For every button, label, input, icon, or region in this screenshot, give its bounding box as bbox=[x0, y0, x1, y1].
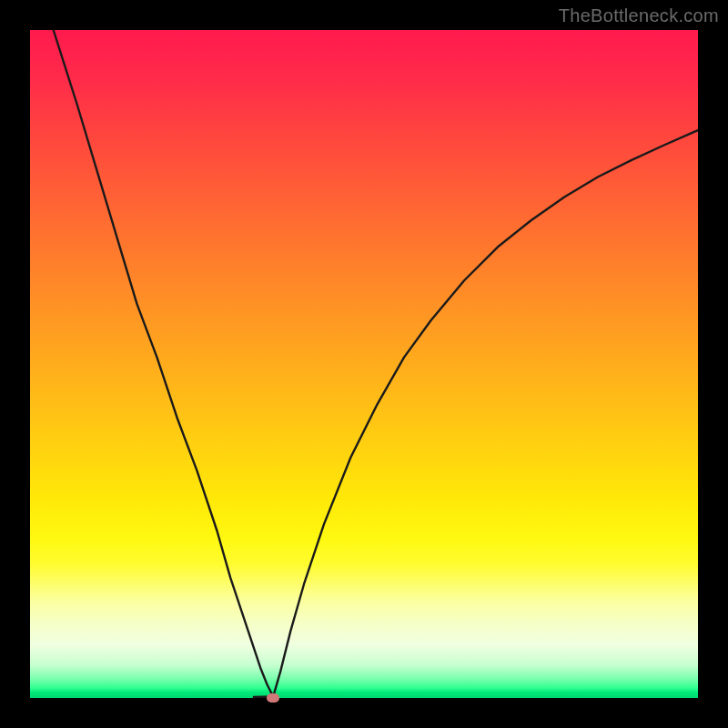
watermark-text: TheBottleneck.com bbox=[559, 5, 719, 26]
plot-area bbox=[30, 30, 698, 698]
optimum-marker bbox=[267, 693, 279, 703]
bottleneck-curve bbox=[30, 30, 698, 698]
chart-frame: TheBottleneck.com bbox=[0, 0, 728, 728]
